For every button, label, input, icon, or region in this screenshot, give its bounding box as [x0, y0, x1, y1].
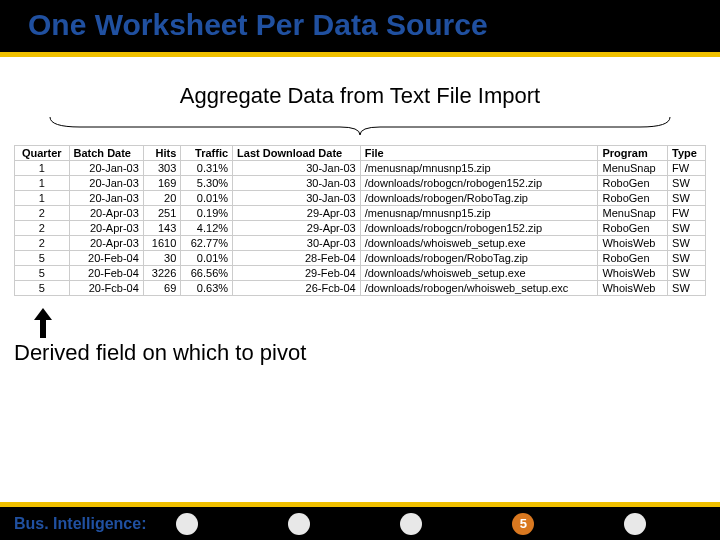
table-cell: WhoisWeb	[598, 281, 668, 296]
table-row: 120-Jan-033030.31%30-Jan-03/menusnap/mnu…	[15, 161, 706, 176]
table-cell: 28-Feb-04	[233, 251, 361, 266]
subtitle-text: Aggregate Data from Text File Import	[0, 83, 720, 109]
table-cell: SW	[668, 176, 706, 191]
table-cell: 29-Apr-03	[233, 206, 361, 221]
table-cell: SW	[668, 281, 706, 296]
table-cell: 1	[15, 161, 70, 176]
table-cell: /downloads/robogen/RoboTag.zip	[360, 251, 598, 266]
table-cell: RoboGen	[598, 221, 668, 236]
table-cell: 20-Jan-03	[69, 176, 143, 191]
table-cell: 251	[143, 206, 180, 221]
col-last-download: Last Download Date	[233, 146, 361, 161]
subtitle-section: Aggregate Data from Text File Import	[0, 83, 720, 137]
nav-dot	[400, 513, 422, 535]
table-cell: 20-Feb-04	[69, 251, 143, 266]
table-cell: 0.01%	[181, 191, 233, 206]
table-cell: 0.63%	[181, 281, 233, 296]
table-cell: 66.56%	[181, 266, 233, 281]
table-cell: 20-Jan-03	[69, 161, 143, 176]
table-cell: 0.01%	[181, 251, 233, 266]
table-cell: SW	[668, 191, 706, 206]
title-bar: One Worksheet Per Data Source	[0, 0, 720, 57]
table-cell: 30	[143, 251, 180, 266]
footer-bar: Bus. Intelligence: 5	[0, 502, 720, 540]
table-cell: 5	[15, 266, 70, 281]
table-row: 520-Feb-04300.01%28-Feb-04/downloads/rob…	[15, 251, 706, 266]
table-cell: MenuSnap	[598, 161, 668, 176]
table-cell: RoboGen	[598, 176, 668, 191]
page-number: 5	[520, 516, 527, 531]
table-cell: SW	[668, 266, 706, 281]
table-cell: 30-Apr-03	[233, 236, 361, 251]
table-cell: RoboGen	[598, 251, 668, 266]
table-cell: /downloads/robogcn/robogen152.zip	[360, 221, 598, 236]
table-cell: 2	[15, 221, 70, 236]
derived-label: Derived field on which to pivot	[14, 340, 306, 366]
table-cell: 30-Jan-03	[233, 191, 361, 206]
table-cell: /downloads/whoisweb_setup.exe	[360, 266, 598, 281]
table-cell: 169	[143, 176, 180, 191]
table-cell: 5.30%	[181, 176, 233, 191]
table-cell: RoboGen	[598, 191, 668, 206]
table-cell: 3226	[143, 266, 180, 281]
col-type: Type	[668, 146, 706, 161]
table-header-row: Quarter Batch Date Hits Traffic Last Dow…	[15, 146, 706, 161]
nav-dot	[624, 513, 646, 535]
table-row: 120-Jan-03200.01%30-Jan-03/downloads/rob…	[15, 191, 706, 206]
table-cell: 303	[143, 161, 180, 176]
nav-dot-active: 5	[512, 513, 534, 535]
table-cell: SW	[668, 221, 706, 236]
table-cell: 2	[15, 236, 70, 251]
table-cell: 5	[15, 251, 70, 266]
brace-icon	[40, 113, 680, 137]
table-cell: 1	[15, 176, 70, 191]
table-cell: /menusnap/mnusnp15.zip	[360, 161, 598, 176]
table-cell: /downloads/robogen/RoboTag.zip	[360, 191, 598, 206]
table-row: 520-Fcb-04690.63%26-Fcb-04/downloads/rob…	[15, 281, 706, 296]
nav-dots: 5	[176, 513, 720, 535]
table-cell: 4.12%	[181, 221, 233, 236]
arrow-up-icon	[34, 308, 52, 338]
nav-dot	[176, 513, 198, 535]
table-cell: FW	[668, 161, 706, 176]
col-file: File	[360, 146, 598, 161]
derived-annotation: Derived field on which to pivot	[14, 308, 720, 366]
col-traffic: Traffic	[181, 146, 233, 161]
nav-dot	[288, 513, 310, 535]
table-cell: FW	[668, 206, 706, 221]
table-cell: 0.19%	[181, 206, 233, 221]
table-cell: 20-Apr-03	[69, 221, 143, 236]
table-cell: 29-Apr-03	[233, 221, 361, 236]
table-cell: 20-Jan-03	[69, 191, 143, 206]
slide-title: One Worksheet Per Data Source	[28, 8, 720, 42]
table-cell: 143	[143, 221, 180, 236]
table-cell: 1	[15, 191, 70, 206]
table-cell: 26-Fcb-04	[233, 281, 361, 296]
table-cell: SW	[668, 236, 706, 251]
table-cell: /downloads/robogen/whoisweb_setup.exc	[360, 281, 598, 296]
table-cell: 30-Jan-03	[233, 161, 361, 176]
table-cell: 2	[15, 206, 70, 221]
table-cell: 20-Fcb-04	[69, 281, 143, 296]
col-program: Program	[598, 146, 668, 161]
table-cell: 30-Jan-03	[233, 176, 361, 191]
table-cell: 29-Feb-04	[233, 266, 361, 281]
table-cell: 20	[143, 191, 180, 206]
table-cell: MenuSnap	[598, 206, 668, 221]
table-cell: 20-Feb-04	[69, 266, 143, 281]
col-hits: Hits	[143, 146, 180, 161]
table-cell: /menusnap/mnusnp15.zip	[360, 206, 598, 221]
footer-label: Bus. Intelligence:	[14, 515, 146, 533]
table-cell: /downloads/whoisweb_setup.exe	[360, 236, 598, 251]
col-batch-date: Batch Date	[69, 146, 143, 161]
col-quarter: Quarter	[15, 146, 70, 161]
table-cell: 69	[143, 281, 180, 296]
table-cell: WhoisWeb	[598, 266, 668, 281]
table-cell: WhoisWeb	[598, 236, 668, 251]
table-body: 120-Jan-033030.31%30-Jan-03/menusnap/mnu…	[15, 161, 706, 296]
data-table-wrap: Quarter Batch Date Hits Traffic Last Dow…	[14, 145, 706, 296]
table-cell: 5	[15, 281, 70, 296]
table-row: 220-Apr-03161062.77%30-Apr-03/downloads/…	[15, 236, 706, 251]
table-cell: 1610	[143, 236, 180, 251]
table-cell: 20-Apr-03	[69, 206, 143, 221]
